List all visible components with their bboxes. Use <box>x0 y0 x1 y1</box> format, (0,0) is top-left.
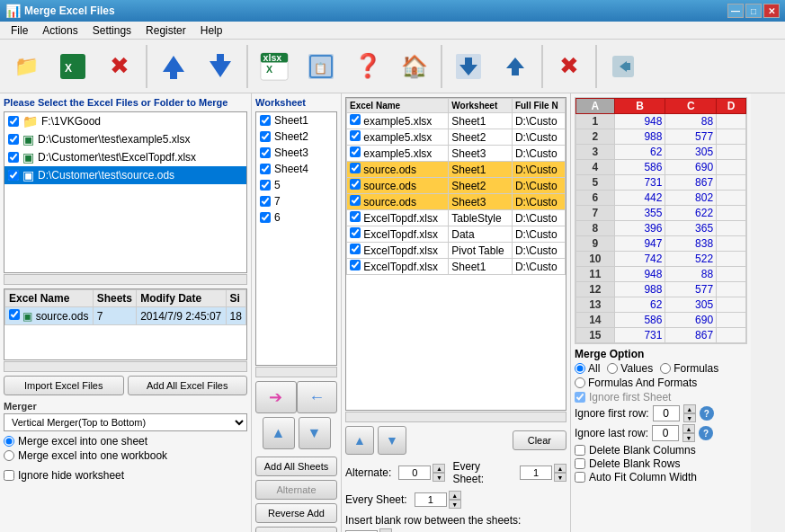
ws-checkbox-sheet4[interactable] <box>260 164 271 174</box>
mo-formulas[interactable]: Formulas <box>660 362 718 375</box>
alternate-input[interactable] <box>398 466 431 480</box>
mo-all[interactable]: All <box>575 362 600 375</box>
open-excel-button[interactable]: X <box>50 43 95 90</box>
row-checkbox-0[interactable] <box>9 309 20 320</box>
every-sheet-spin-up-1[interactable]: ▲ <box>554 464 566 473</box>
ignore-last-row-input[interactable] <box>652 425 679 441</box>
every-sheet-spin-down-1[interactable]: ▼ <box>554 473 566 482</box>
merge-radio-1[interactable]: Merge excel into one workbook <box>4 449 247 462</box>
auto-fit-checkbox[interactable] <box>575 472 585 483</box>
add-all-excel-button[interactable]: Add All Excel Files <box>128 376 248 395</box>
ws-checkbox-sheet1[interactable] <box>260 115 271 126</box>
ignore-hide-item[interactable]: Ignore hide worksheet <box>4 469 247 482</box>
alternate-spin-down[interactable]: ▼ <box>433 473 445 482</box>
result-checkbox-4[interactable] <box>350 179 361 190</box>
import-button[interactable] <box>446 43 491 90</box>
xlsx-button[interactable]: xlsx X <box>252 43 297 90</box>
ws-item-7[interactable]: 7 <box>256 193 336 209</box>
every-sheet-input-2[interactable] <box>415 492 447 507</box>
ignore-first-row-help[interactable]: ? <box>700 406 714 421</box>
ws-item-sheet2[interactable]: Sheet2 <box>256 129 336 145</box>
delete-button[interactable]: ✖ <box>97 43 142 90</box>
result-checkbox-3[interactable] <box>350 163 361 173</box>
blank-row-spin-up[interactable]: ▲ <box>379 528 392 532</box>
every-sheet-spin-down-2[interactable]: ▼ <box>449 500 461 509</box>
results-row-8[interactable]: ExcelTopdf.xlsx Pivot Table D:\Custo <box>347 243 566 259</box>
menu-register[interactable]: Register <box>138 22 193 39</box>
open-folder-button[interactable]: 📁 <box>4 43 49 90</box>
export-button[interactable]: 📋 <box>299 43 343 90</box>
every-sheet-input-1[interactable] <box>520 466 552 480</box>
results-hscroll[interactable] <box>345 412 566 422</box>
import-excel-button[interactable]: Import Excel Files <box>4 376 124 395</box>
alternate-spin-up[interactable]: ▲ <box>433 464 445 473</box>
move-down-button[interactable] <box>198 43 243 90</box>
ilr-spin-down[interactable]: ▼ <box>682 433 695 442</box>
clear-button[interactable]: Clear <box>513 430 566 450</box>
ignore-first-row-input[interactable] <box>653 405 680 421</box>
file-item-1[interactable]: ▣ D:\Customer\test\example5.xlsx <box>4 130 246 148</box>
result-checkbox-0[interactable] <box>350 114 361 125</box>
help-button[interactable]: ❓ <box>345 43 390 90</box>
delete-blank-rows-checkbox[interactable] <box>575 458 585 469</box>
merger-dropdown[interactable]: Vertical Merger(Top to Bottom) Horizonta… <box>4 413 247 431</box>
results-up-button[interactable]: ▲ <box>345 426 374 455</box>
results-row-3[interactable]: source.ods Sheet1 D:\Custo <box>347 162 566 178</box>
export2-button[interactable] <box>493 43 538 90</box>
table-hscroll[interactable] <box>4 361 247 372</box>
home-button[interactable]: 🏠 <box>392 43 437 90</box>
results-row-2[interactable]: example5.xlsx Sheet3 D:\Custo <box>347 146 566 162</box>
delete2-button[interactable]: ✖ <box>547 43 592 90</box>
merge-radio-0[interactable]: Merge excel into one sheet <box>4 435 247 448</box>
menu-actions[interactable]: Actions <box>35 22 85 39</box>
result-checkbox-2[interactable] <box>350 146 361 157</box>
file-item-2[interactable]: ▣ D:\Customer\test\ExcelTopdf.xlsx <box>4 148 246 166</box>
ws-item-sheet1[interactable]: Sheet1 <box>256 112 336 129</box>
results-row-0[interactable]: example5.xlsx Sheet1 D:\Custo <box>347 113 566 129</box>
result-checkbox-6[interactable] <box>350 211 361 222</box>
file-checkbox-3[interactable] <box>8 170 19 181</box>
ws-item-sheet4[interactable]: Sheet4 <box>256 161 336 177</box>
ignore-hide-checkbox[interactable] <box>4 470 14 481</box>
menu-settings[interactable]: Settings <box>85 22 138 39</box>
result-checkbox-9[interactable] <box>350 260 361 270</box>
file-checkbox-1[interactable] <box>8 134 19 145</box>
results-row-6[interactable]: ExcelTopdf.xlsx TableStyle D:\Custo <box>347 210 566 226</box>
ignore-first-sheet-checkbox[interactable] <box>575 392 585 403</box>
close-button[interactable]: ✕ <box>763 4 780 18</box>
ifr-spin-down[interactable]: ▼ <box>683 413 696 422</box>
nav-down-button[interactable]: ▼ <box>299 417 331 449</box>
file-checkbox-2[interactable] <box>8 152 19 163</box>
ws-checkbox-sheet3[interactable] <box>260 147 271 158</box>
results-row-4[interactable]: source.ods Sheet2 D:\Custo <box>347 178 566 194</box>
ws-checkbox-6[interactable] <box>260 212 271 223</box>
mo-values[interactable]: Values <box>607 362 653 375</box>
add-right-button[interactable]: ➔ <box>255 381 297 413</box>
results-row-1[interactable]: example5.xlsx Sheet2 D:\Custo <box>347 129 566 146</box>
menu-file[interactable]: File <box>4 22 35 39</box>
ws-checkbox-7[interactable] <box>260 196 271 207</box>
alternate-button[interactable]: Alternate <box>255 480 337 500</box>
results-down-button[interactable]: ▼ <box>378 426 406 455</box>
add-all-sheets-button[interactable]: Add All Sheets <box>255 457 337 476</box>
file-item-3[interactable]: ▣ D:\Customer\test\source.ods <box>4 166 246 184</box>
files-hscroll[interactable] <box>4 274 247 285</box>
ws-checkbox-sheet2[interactable] <box>260 131 271 142</box>
ws-checkbox-5[interactable] <box>260 180 271 191</box>
minimize-button[interactable]: — <box>727 4 744 18</box>
results-row-7[interactable]: ExcelTopdf.xlsx Data D:\Custo <box>347 226 566 243</box>
delete-blank-cols-checkbox[interactable] <box>575 445 585 456</box>
reverse-alt-button[interactable]: Reverse Alt. <box>255 527 337 532</box>
nav-up-button[interactable]: ▲ <box>263 417 295 449</box>
every-sheet-spin-up-2[interactable]: ▲ <box>449 491 461 500</box>
back-button[interactable] <box>601 43 646 90</box>
mo-formats[interactable]: Formulas And Formats <box>575 377 747 389</box>
remove-left-button[interactable]: ← <box>297 381 338 413</box>
ws-item-sheet3[interactable]: Sheet3 <box>256 145 336 161</box>
result-checkbox-5[interactable] <box>350 195 361 206</box>
results-row-9[interactable]: ExcelTopdf.xlsx Sheet1 D:\Custo <box>347 259 566 275</box>
reverse-add-button[interactable]: Reverse Add <box>255 503 337 523</box>
maximize-button[interactable]: □ <box>745 4 762 18</box>
ws-hscroll[interactable] <box>255 367 337 377</box>
file-item-0[interactable]: 📁 F:\1VKGood <box>4 112 246 130</box>
